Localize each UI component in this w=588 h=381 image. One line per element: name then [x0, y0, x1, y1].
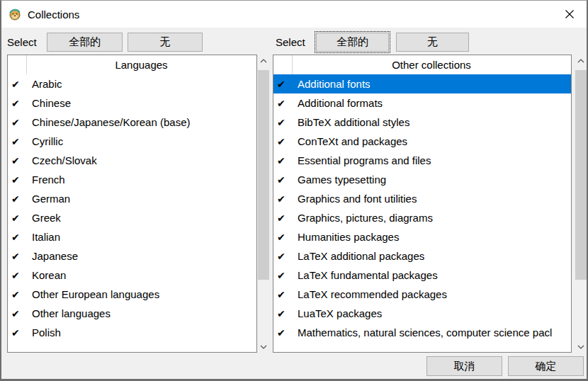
checkmark-icon: ✔ [273, 193, 295, 205]
list-item[interactable]: ✔ Chinese [8, 93, 256, 113]
checkmark-icon: ✔ [273, 79, 295, 90]
list-item[interactable]: ✔ Arabic [8, 74, 256, 93]
ok-button[interactable]: 确定 [508, 356, 584, 376]
languages-scrollbar[interactable] [257, 55, 270, 353]
checkmark-icon: ✔ [8, 232, 30, 243]
list-item-label: Korean [32, 269, 66, 281]
list-item[interactable]: ✔ Additional fonts [273, 74, 571, 93]
checkmark-icon: ✔ [273, 117, 295, 128]
list-item[interactable]: ✔ BibTeX additional styles [273, 113, 571, 132]
checkmark-icon: ✔ [273, 270, 295, 281]
scrollbar-thumb[interactable] [575, 70, 587, 280]
list-item-label: Other languages [32, 307, 111, 319]
languages-panel: Languages ✔ Arabic ✔ Chinese ✔ Chinese/J… [7, 55, 257, 353]
collections-scrollbar[interactable] [575, 55, 587, 353]
checkmark-icon: ✔ [273, 155, 295, 166]
left-select-all-button[interactable]: 全部的 [47, 33, 123, 52]
list-item-label: Polish [32, 326, 61, 339]
list-item[interactable]: ✔ Japanese [8, 246, 256, 266]
checkmark-icon: ✔ [8, 270, 30, 281]
checkmark-icon: ✔ [8, 308, 30, 319]
list-item[interactable]: ✔ Graphics, pictures, diagrams [273, 208, 571, 227]
list-item[interactable]: ✔ Mathematics, natural sciences, compute… [273, 323, 571, 342]
list-item[interactable]: ✔ German [8, 189, 256, 208]
chevron-up-icon [577, 59, 584, 63]
list-item-label: French [32, 174, 65, 186]
checkmark-icon: ✔ [8, 212, 30, 224]
list-item[interactable]: ✔ Other European languages [8, 285, 256, 304]
list-item[interactable]: ✔ ConTeXt and packages [273, 132, 571, 151]
list-item-label: LuaTeX packages [298, 307, 382, 319]
list-item-label: Additional formats [298, 97, 383, 109]
scroll-up-button[interactable] [257, 55, 270, 67]
list-item-label: Humanities packages [298, 231, 399, 243]
texlive-lion-icon [9, 8, 21, 21]
scrollbar-thumb[interactable] [258, 70, 269, 280]
list-item-label: Graphics and font utilities [298, 193, 417, 205]
checkmark-icon: ✔ [8, 251, 30, 262]
list-item-label: Cyrillic [32, 135, 63, 147]
list-item-label: Essential programs and files [298, 154, 431, 166]
list-item[interactable]: ✔ Graphics and font utilities [273, 189, 571, 208]
scroll-down-button[interactable] [575, 341, 587, 353]
chevron-down-icon [577, 345, 584, 349]
left-select-none-button[interactable]: 无 [128, 33, 203, 52]
list-item-label: Graphics, pictures, diagrams [298, 212, 433, 224]
right-select-none-button[interactable]: 无 [396, 33, 469, 52]
list-item-label: BibTeX additional styles [298, 116, 409, 128]
checkmark-icon: ✔ [8, 136, 30, 147]
scroll-down-button[interactable] [257, 341, 270, 353]
list-item[interactable]: ✔ Korean [8, 266, 256, 285]
list-item-label: Czech/Slovak [32, 154, 97, 166]
list-item-label: LaTeX recommended packages [298, 288, 447, 300]
list-item[interactable]: ✔ Games typesetting [273, 170, 571, 189]
list-item[interactable]: ✔ Polish [8, 323, 256, 342]
list-item-label: Games typesetting [298, 174, 386, 186]
list-item-label: Arabic [32, 78, 62, 90]
checkmark-icon: ✔ [273, 136, 295, 147]
checkmark-icon: ✔ [273, 232, 295, 243]
list-item[interactable]: ✔ French [8, 170, 256, 189]
list-item-label: Mathematics, natural sciences, computer … [298, 326, 552, 339]
list-item[interactable]: ✔ Greek [8, 208, 256, 227]
list-item[interactable]: ✔ LaTeX recommended packages [273, 285, 571, 304]
list-item[interactable]: ✔ LaTeX additional packages [273, 246, 571, 266]
checkmark-icon: ✔ [273, 308, 295, 319]
list-item[interactable]: ✔ Essential programs and files [273, 151, 571, 170]
list-item[interactable]: ✔ LuaTeX packages [273, 304, 571, 323]
list-item-label: ConTeXt and packages [298, 135, 407, 147]
collections-list: ✔ Additional fonts ✔ Additional formats … [273, 74, 571, 342]
list-item-label: German [32, 193, 70, 205]
right-select-label: Select [276, 33, 305, 52]
list-item[interactable]: ✔ LaTeX fundamental packages [273, 266, 571, 285]
checkmark-icon: ✔ [8, 174, 30, 186]
right-select-all-button[interactable]: 全部的 [316, 33, 389, 52]
list-item[interactable]: ✔ Chinese/Japanese/Korean (base) [8, 113, 256, 132]
checkmark-icon: ✔ [8, 79, 30, 90]
checkmark-icon: ✔ [8, 155, 30, 166]
scroll-up-button[interactable] [575, 55, 587, 67]
cancel-button[interactable]: 取消 [426, 356, 502, 376]
checkmark-icon: ✔ [273, 289, 295, 300]
checkmark-icon: ✔ [8, 117, 30, 128]
list-item[interactable]: ✔ Czech/Slovak [8, 151, 256, 170]
collections-header[interactable]: Other collections [273, 55, 571, 74]
list-item-label: Italian [32, 231, 60, 243]
checkmark-icon: ✔ [8, 289, 30, 300]
list-item[interactable]: ✔ Additional formats [273, 93, 571, 113]
checkmark-icon: ✔ [273, 251, 295, 262]
list-item-label: Additional fonts [298, 78, 371, 90]
list-item[interactable]: ✔ Other languages [8, 304, 256, 323]
close-button[interactable] [558, 3, 581, 25]
titlebar: Collections [1, 1, 587, 28]
list-item-label: Japanese [32, 250, 78, 262]
checkmark-icon: ✔ [273, 212, 295, 224]
languages-header[interactable]: Languages [8, 55, 256, 74]
window-title: Collections [28, 8, 79, 21]
chevron-down-icon [260, 345, 267, 349]
list-item[interactable]: ✔ Italian [8, 227, 256, 246]
close-icon [564, 8, 575, 20]
list-item-label: Chinese/Japanese/Korean (base) [32, 116, 190, 128]
list-item[interactable]: ✔ Cyrillic [8, 132, 256, 151]
list-item[interactable]: ✔ Humanities packages [273, 227, 571, 246]
